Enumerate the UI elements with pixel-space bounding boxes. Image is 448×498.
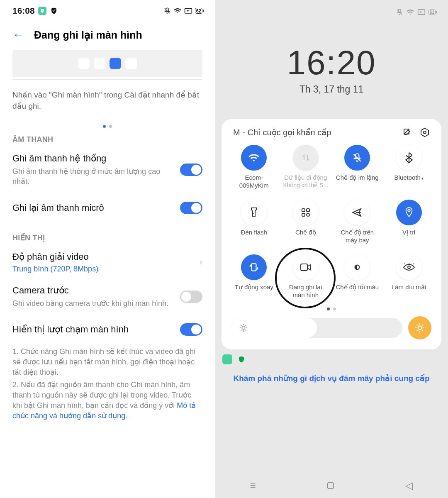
page-title: Đang ghi lại màn hình (34, 29, 142, 41)
clock-date: Th 3, 17 thg 11 (215, 84, 448, 95)
tile-label: Bluetooth▾ (394, 174, 424, 182)
chevron-right-icon: › (200, 257, 202, 268)
tile-label: Làm dịu mắt (392, 283, 426, 291)
svg-rect-8 (252, 264, 256, 271)
mute-icon (396, 8, 403, 16)
page-dot (333, 308, 336, 310)
tiles-grid: Ecom-009MyKim Dữ liệu di động Không có t… (226, 145, 437, 308)
silent-icon (344, 145, 370, 171)
preview-tile-active (110, 58, 121, 69)
shield-icon (236, 354, 246, 364)
setting-title: Độ phân giải video (12, 251, 193, 262)
system-audio-toggle[interactable] (180, 164, 202, 176)
security-app-icon (38, 7, 46, 15)
resolution-setting[interactable]: Độ phân giải video Trung bình (720P, 8Mb… (0, 244, 215, 281)
lock-clock: 16:20 Th 3, 17 thg 11 (215, 16, 448, 95)
app-header: ← Đang ghi lại màn hình (0, 17, 215, 50)
location-icon (396, 200, 422, 225)
preview-tile (78, 58, 90, 69)
wifi-tile[interactable]: Ecom-009MyKim (228, 145, 280, 198)
wifi-icon (173, 7, 182, 14)
dark-mode-tile[interactable]: Chế độ tối màu (331, 254, 383, 308)
flashlight-icon (241, 200, 267, 225)
location-tile[interactable]: Vị trí (383, 200, 435, 253)
svg-point-6 (307, 213, 309, 216)
security-app-icon (222, 354, 232, 364)
setting-title: Ghi lại âm thanh micrô (12, 203, 173, 213)
dark-mode-icon (344, 254, 370, 280)
home-button[interactable] (326, 481, 335, 490)
cloud-promo-text[interactable]: Khám phá những gì dịch vụ đám mây phải c… (215, 364, 448, 383)
chevron-down-icon: ▾ (421, 176, 424, 181)
mic-audio-toggle[interactable] (180, 202, 202, 214)
highlight-ring (275, 248, 336, 308)
svg-rect-14 (328, 483, 334, 489)
svg-point-12 (242, 326, 245, 329)
recents-button[interactable]: ≡ (250, 480, 256, 491)
back-button[interactable]: ← (12, 28, 24, 42)
edit-icon[interactable] (402, 127, 412, 137)
data-icon (293, 145, 319, 171)
screen-record-tile[interactable]: Đang ghi lại màn hình (280, 254, 332, 308)
system-audio-setting[interactable]: Ghi âm thanh hệ thống Ghi âm thanh hệ th… (0, 146, 215, 194)
eye-icon (396, 254, 422, 280)
footer-note-2: 2. Nếu đã đặt nguồn âm thanh cho Ghi màn… (12, 380, 202, 422)
page-indicator (0, 112, 215, 135)
auto-brightness-button[interactable] (408, 316, 431, 339)
shield-icon (50, 7, 58, 15)
cast-icon (184, 7, 192, 14)
bluetooth-tile[interactable]: Bluetooth▾ (383, 145, 435, 198)
status-bar: 61 (215, 0, 448, 16)
show-touch-setting[interactable]: Hiển thị lượt chạm màn hình (0, 316, 215, 343)
navigation-bar: ≡ ◁ (215, 480, 448, 491)
show-touch-toggle[interactable] (180, 323, 202, 336)
airplane-tile[interactable]: Chế độ trên máy bay (331, 200, 383, 253)
status-time: 16:08 (12, 6, 35, 16)
svg-rect-5 (302, 213, 305, 216)
sun-icon (239, 323, 248, 332)
eye-comfort-tile[interactable]: Làm dịu mắt (383, 254, 435, 308)
rotate-icon (241, 254, 267, 280)
wifi-icon (241, 145, 267, 171)
svg-point-11 (408, 266, 410, 269)
preview-tile (125, 58, 137, 69)
page-dot (103, 125, 106, 128)
tile-label: Chế độ trên máy bay (334, 229, 380, 244)
mute-icon (163, 7, 171, 15)
mode-tile[interactable]: Chế độ (280, 200, 332, 253)
grid-icon (293, 200, 319, 225)
svg-point-13 (418, 326, 422, 330)
tile-label: Ecom-009MyKim (231, 174, 277, 190)
section-audio: ÂM THANH (0, 135, 215, 146)
flashlight-tile[interactable]: Đèn flash (228, 200, 280, 253)
mic-audio-setting[interactable]: Ghi lại âm thanh micrô (0, 194, 215, 222)
wifi-icon (406, 9, 414, 15)
tile-label: Chế độ tối màu (336, 283, 379, 291)
svg-point-7 (408, 210, 410, 212)
svg-point-2 (424, 131, 426, 134)
front-camera-toggle[interactable] (180, 290, 202, 303)
front-camera-setting[interactable]: Camera trước Ghi video bằng camera trước… (0, 281, 215, 316)
footer-note-1: 1. Chức năng Ghi màn hình sẽ kết thúc và… (12, 347, 202, 378)
hint-text: Nhấn vào "Ghi màn hình" trong Cài đặt nh… (0, 80, 215, 112)
setting-title: Hiển thị lượt chạm màn hình (12, 324, 173, 335)
tile-label: Đèn flash (241, 229, 267, 237)
mobile-data-tile[interactable]: Dữ liệu di động Không có thẻ S... (280, 145, 332, 198)
cast-icon (417, 9, 426, 15)
svg-rect-4 (307, 209, 309, 212)
back-button[interactable]: ◁ (405, 480, 413, 491)
tile-label: Dữ liệu di động (284, 174, 327, 182)
quick-settings-screen: 61 16:20 Th 3, 17 thg 11 M - Chỉ cuộc gọ… (215, 0, 448, 498)
silent-tile[interactable]: Chế độ im lặng (331, 145, 383, 198)
setting-subtitle: Ghi âm thanh hệ thống ở mức âm lượng cao… (12, 166, 173, 187)
section-display: HIỂN THỊ (0, 224, 215, 244)
auto-rotate-tile[interactable]: Tự động xoay (228, 254, 280, 308)
panel-page-indicator (226, 308, 437, 316)
preview-tile (94, 58, 105, 69)
tile-label: Vị trí (402, 229, 416, 237)
brightness-slider[interactable] (231, 318, 402, 338)
svg-rect-3 (302, 209, 305, 212)
tile-label: Chế độ (295, 229, 316, 237)
settings-icon[interactable] (420, 127, 430, 137)
battery-indicator: 62 (195, 8, 202, 14)
